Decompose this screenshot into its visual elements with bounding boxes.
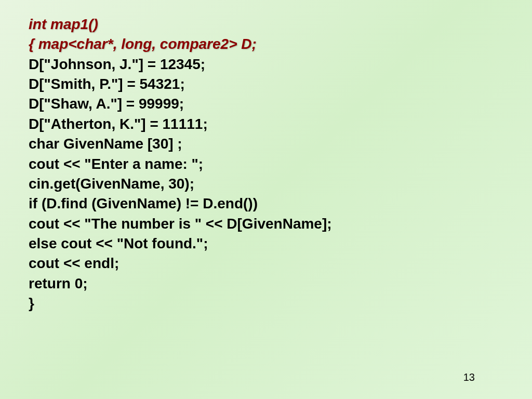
code-line-4: D["Smith, P."] = 54321; [29,74,503,94]
highlight-text: map<char*, long, [38,36,160,52]
code-line-12: else cout << "Not found."; [29,234,503,254]
code-line-13: cout << endl; [29,254,503,273]
code-line-5: D["Shaw, A."] = 99999; [29,94,503,114]
code-line-9: cin.get(GivenName, 30); [29,174,503,194]
highlight-text: int map1() [29,16,98,32]
code-line-10: if (D.find (GivenName) != D.end()) [29,194,503,214]
highlight-underline: compare2 [160,36,229,52]
code-line-14: return 0; [29,274,503,294]
code-line-7: char GivenName [30] ; [29,134,503,154]
highlight-brace: { [29,36,38,52]
code-line-6: D["Atherton, K."] = 11111; [29,114,503,134]
code-line-3: D["Johnson, J."] = 12345; [29,55,503,74]
code-line-8: cout << "Enter a name: "; [29,154,503,174]
code-block: int map1() { map<char*, long, compare2> … [29,15,503,313]
code-line-2: { map<char*, long, compare2> D; [29,34,503,54]
code-line-15: } [29,294,503,313]
highlight-text: > D; [229,36,257,52]
code-line-1: int map1() [29,15,503,34]
page-number: 13 [463,371,475,383]
code-line-11: cout << "The number is " << D[GivenName]… [29,214,503,234]
